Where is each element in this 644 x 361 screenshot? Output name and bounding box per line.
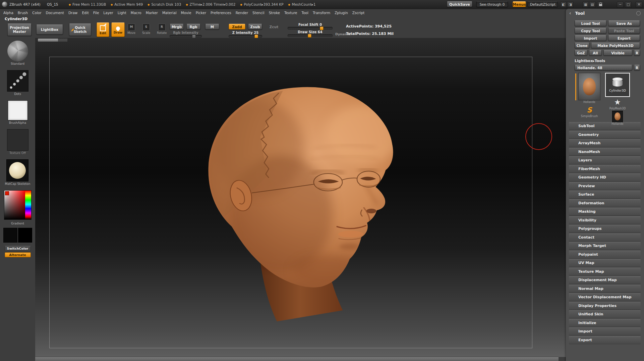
make-polymesh3d-button[interactable]: Make PolyMesh3D xyxy=(591,43,640,48)
tool-section[interactable]: Geometry xyxy=(569,131,641,139)
tool-thumb-polymesh3d[interactable]: PolyMesh3D xyxy=(609,98,626,110)
dock-left-icon[interactable] xyxy=(560,2,567,8)
save-as-button[interactable]: Save As xyxy=(608,20,640,26)
tool-section[interactable]: Displacement Map xyxy=(569,276,641,284)
tool-section[interactable]: NanoMesh xyxy=(569,148,641,156)
goz-button[interactable]: GoZ xyxy=(575,50,587,56)
stroke-selector[interactable]: Dots xyxy=(7,70,28,96)
color-picker[interactable] xyxy=(4,190,32,220)
copy-tool-button[interactable]: Copy Tool xyxy=(575,28,606,34)
restore-config-button[interactable]: R xyxy=(634,65,640,70)
menu-item[interactable]: Edit xyxy=(82,11,89,15)
tool-section[interactable]: FiberMesh xyxy=(569,165,641,173)
rotate-button[interactable]: R Rotate xyxy=(157,23,167,35)
layout-switch-icon[interactable] xyxy=(589,2,596,8)
tool-section[interactable]: Polygroups xyxy=(569,225,641,233)
projection-master-button[interactable]: Projection Master xyxy=(7,23,32,36)
menu-item[interactable]: Transform xyxy=(313,11,330,15)
menu-item[interactable]: Render xyxy=(236,11,248,15)
menu-item[interactable]: File xyxy=(93,11,99,15)
m-button[interactable]: M xyxy=(205,24,219,30)
tool-thumb-cylinder3d[interactable]: Cylinder3D xyxy=(605,73,630,97)
menu-item[interactable]: Texture xyxy=(284,11,297,15)
clone-button[interactable]: Clone xyxy=(575,43,589,48)
layout-grid-icon[interactable] xyxy=(582,2,589,8)
tool-section[interactable]: UV Map xyxy=(569,259,641,267)
tool-section[interactable]: Preview xyxy=(569,182,641,190)
tool-section[interactable]: Export xyxy=(569,336,641,344)
menu-item[interactable]: Picker xyxy=(196,11,206,15)
hue-strip[interactable] xyxy=(25,191,31,219)
see-through-slider[interactable]: See-through 0 xyxy=(476,1,508,7)
load-tool-button[interactable]: Load Tool xyxy=(575,20,606,26)
tool-section[interactable]: Initialize xyxy=(569,319,641,327)
tool-section[interactable]: Layers xyxy=(569,156,641,164)
menu-item[interactable]: Tool xyxy=(302,11,308,15)
paste-tool-button[interactable]: Paste Tool xyxy=(608,28,640,34)
menu-item[interactable]: Stencil xyxy=(252,11,265,15)
menu-item[interactable]: Stroke xyxy=(269,11,280,15)
restore-icon[interactable] xyxy=(625,2,632,8)
material-selector[interactable]: MatCap Skeleton xyxy=(5,159,30,186)
palette-back-icon[interactable]: ‹ xyxy=(569,11,571,15)
menu-item[interactable]: Material xyxy=(162,11,177,15)
goz-visible-button[interactable]: Visible xyxy=(603,50,632,56)
goz-all-button[interactable]: All xyxy=(589,50,602,56)
edit-button[interactable]: Edit xyxy=(97,22,109,37)
tool-section[interactable]: SubTool xyxy=(569,122,641,130)
move-button[interactable]: M Move xyxy=(127,23,135,35)
menu-item[interactable]: Alpha xyxy=(3,11,13,15)
lock-icon[interactable] xyxy=(597,2,604,8)
tool-section[interactable]: Surface xyxy=(569,191,641,199)
menu-item[interactable]: Layer xyxy=(103,11,113,15)
draw-size-slider[interactable]: Draw Size 64 xyxy=(288,30,333,37)
menu-item[interactable]: Zplugin xyxy=(335,11,348,15)
thumbnail-scrollbar[interactable] xyxy=(575,73,576,100)
tool-thumb-hollande[interactable]: Hollande xyxy=(611,111,623,125)
brush-selector[interactable]: Standard xyxy=(7,41,28,65)
rgb-button[interactable]: Rgb xyxy=(186,24,200,30)
current-tool-button[interactable]: Hollande. 48 xyxy=(575,65,632,70)
alpha-selector[interactable]: BrushAlpha xyxy=(8,100,28,124)
menu-item[interactable]: Color xyxy=(32,11,41,15)
zcut-button[interactable]: Zcut xyxy=(267,24,281,30)
tool-section[interactable]: Unified Skin xyxy=(569,310,641,318)
dock-right-icon[interactable] xyxy=(567,2,574,8)
zsub-button[interactable]: Zsub xyxy=(248,24,262,30)
menu-item[interactable]: Marker xyxy=(146,11,158,15)
default-zscript-button[interactable]: DefaultZScript xyxy=(528,1,558,7)
tool-section[interactable]: Texture Map xyxy=(569,268,641,276)
sculpt-head-model[interactable] xyxy=(35,38,621,357)
goz-r-button[interactable]: R xyxy=(634,50,640,56)
menu-item[interactable]: Macro xyxy=(131,11,141,15)
menu-item[interactable]: Movie xyxy=(181,11,191,15)
menu-item[interactable]: Zscript xyxy=(352,11,364,15)
tool-section[interactable]: Import xyxy=(569,327,641,336)
tool-section[interactable]: Normal Map xyxy=(569,285,641,293)
import-button[interactable]: Import xyxy=(575,35,606,41)
tool-section[interactable]: Masking xyxy=(569,208,641,216)
tool-thumb-hollande-active[interactable]: Hollande xyxy=(578,73,600,104)
tool-section[interactable]: Polypaint xyxy=(569,251,641,259)
minimize-icon[interactable] xyxy=(617,2,624,8)
tool-section[interactable]: ArrayMesh xyxy=(569,139,641,147)
tool-section[interactable]: Geometry HD xyxy=(569,173,641,182)
secondary-color-swatch[interactable] xyxy=(18,228,32,243)
mrgb-button[interactable]: Mrgb xyxy=(170,24,184,30)
tool-thumb-simplebrush[interactable]: SimpleBrush xyxy=(581,106,598,118)
z-intensity-slider[interactable]: Z Intensity 25 xyxy=(229,31,262,38)
rgb-intensity-slider[interactable]: Rgb Intensity xyxy=(170,31,202,38)
menu-item[interactable]: Draw xyxy=(68,11,77,15)
close-icon[interactable] xyxy=(636,2,642,8)
menu-item[interactable]: Document xyxy=(46,11,64,15)
tool-section[interactable]: Deformation xyxy=(569,199,641,207)
tool-section[interactable]: Visibility xyxy=(569,216,641,224)
quick-sketch-button[interactable]: Quick Sketch xyxy=(69,23,91,36)
tool-section[interactable]: Display Properties xyxy=(569,302,641,310)
quicksave-button[interactable]: QuickSave xyxy=(447,1,472,7)
document-canvas[interactable] xyxy=(35,38,621,357)
menu-item[interactable]: Brush xyxy=(18,11,28,15)
draw-button[interactable]: Draw xyxy=(111,22,125,37)
menus-button[interactable]: Menus xyxy=(513,1,526,7)
lightbox-button[interactable]: LightBox xyxy=(36,24,63,35)
